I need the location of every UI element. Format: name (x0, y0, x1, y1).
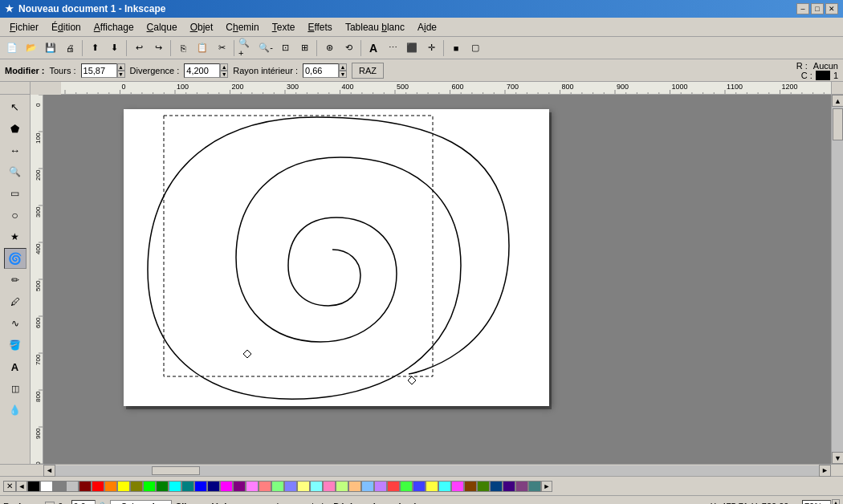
layer-indicator[interactable]: • Calque 1 ▼ (110, 500, 172, 505)
menu-aide[interactable]: Aide (411, 20, 443, 35)
color-swatch-black[interactable] (27, 481, 40, 492)
paint-tool-btn[interactable]: 🪣 (4, 335, 26, 356)
color-swatch-lime[interactable] (143, 481, 156, 492)
menu-edition[interactable]: Édition (45, 20, 88, 35)
color-swatch-chartreuse[interactable] (336, 481, 348, 492)
color-swatch-silver[interactable] (66, 481, 79, 492)
minimize-button[interactable]: – (796, 3, 809, 14)
pencil-tool-btn[interactable]: ✏ (4, 270, 26, 291)
menu-fichier[interactable]: Fichier (3, 20, 45, 35)
save-btn[interactable]: 💾 (42, 39, 59, 57)
export-btn[interactable]: ⬇ (105, 39, 123, 57)
color-swatch-brown[interactable] (464, 481, 477, 492)
color-swatch-skyblue[interactable] (361, 481, 374, 492)
pen-tool-btn[interactable]: 🖊 (4, 291, 26, 312)
circle-tool-btn[interactable]: ○ (4, 205, 26, 226)
color-swatch-aqua[interactable] (438, 481, 451, 492)
color-swatch-violet[interactable] (374, 481, 387, 492)
print-btn[interactable]: 🖨 (61, 39, 79, 57)
color-swatch-magenta[interactable] (220, 481, 233, 492)
node-btn[interactable]: ⋯ (384, 39, 401, 57)
menu-calque[interactable]: Calque (140, 20, 184, 35)
scroll-track-bottom[interactable] (55, 465, 819, 476)
select-all-btn[interactable]: ⊛ (320, 39, 338, 57)
cut-btn[interactable]: ✂ (213, 39, 230, 57)
color-swatch-white[interactable] (40, 481, 53, 492)
fill-btn[interactable]: ■ (447, 39, 465, 57)
spiral-tool-btn[interactable]: 🌀 (4, 248, 26, 269)
select-tool-btn[interactable]: ↖ (4, 96, 26, 117)
transform-btn[interactable]: ⟲ (340, 39, 357, 57)
color-swatch-gray[interactable] (53, 481, 66, 492)
x-small-input[interactable] (71, 500, 96, 505)
scroll-up-btn[interactable]: ▲ (832, 95, 843, 107)
close-button[interactable]: ✕ (825, 3, 838, 14)
undo-btn[interactable]: ↩ (130, 39, 148, 57)
divergence-up[interactable]: ▲ (220, 63, 228, 71)
color-swatch-yellow[interactable] (117, 481, 130, 492)
color-swatch-maroon[interactable] (79, 481, 92, 492)
color-swatch-cornblue[interactable] (413, 481, 426, 492)
zoom-page-btn[interactable]: ⊞ (295, 39, 313, 57)
tours-input[interactable] (81, 63, 117, 78)
no-color-swatch[interactable]: ✕ (3, 481, 16, 492)
rect-tool-btn[interactable]: ▭ (4, 183, 26, 204)
color-swatch-peach[interactable] (348, 481, 361, 492)
zoom-input[interactable] (802, 500, 831, 505)
menu-effets[interactable]: Effets (301, 20, 338, 35)
rayon-up[interactable]: ▲ (339, 63, 347, 71)
menu-objet[interactable]: Objet (184, 20, 220, 35)
color-swatch-lightgreen[interactable] (271, 481, 284, 492)
maximize-button[interactable]: □ (811, 3, 824, 14)
eyedropper-tool-btn[interactable]: 💧 (4, 400, 26, 421)
color-swatch-steelblue[interactable] (490, 481, 503, 492)
color-swatch-red[interactable] (92, 481, 104, 492)
color-swatch-lightyellow[interactable] (297, 481, 310, 492)
color-swatch-cyan[interactable] (169, 481, 181, 492)
color-swatch-hotpink[interactable] (323, 481, 336, 492)
color-swatch-orange[interactable] (104, 481, 117, 492)
color-swatch-moss[interactable] (477, 481, 490, 492)
text-btn[interactable]: A (364, 39, 382, 57)
color-swatch-lightcyan[interactable] (310, 481, 323, 492)
color-swatch-indigo[interactable] (503, 481, 515, 492)
color-swatch-gold[interactable] (426, 481, 438, 492)
menu-tableau[interactable]: Tableau blanc (339, 20, 411, 35)
color-swatch-blue[interactable] (194, 481, 207, 492)
zoom-in-btn[interactable]: 🔍+ (238, 39, 255, 57)
divergence-down[interactable]: ▼ (220, 71, 228, 78)
menu-affichage[interactable]: Affichage (88, 20, 140, 35)
color-swatch-fuchsia[interactable] (451, 481, 464, 492)
snap-btn[interactable]: ✛ (422, 39, 440, 57)
zoom-tool-btn[interactable]: 🔍 (4, 161, 26, 182)
gradient-tool-btn[interactable]: ◫ (4, 378, 26, 399)
scroll-track-right[interactable] (832, 107, 843, 452)
zoom-out-btn[interactable]: 🔍- (257, 39, 275, 57)
zoom-fit-btn[interactable]: ⊡ (276, 39, 294, 57)
calligraphy-tool-btn[interactable]: ∿ (4, 313, 26, 334)
color-swatch-periwinkle[interactable] (284, 481, 297, 492)
star-tool-btn[interactable]: ★ (4, 226, 26, 247)
color-swatch-plum[interactable] (515, 481, 528, 492)
menu-texte[interactable]: Texte (266, 20, 302, 35)
tweak-tool-btn[interactable]: ↔ (4, 140, 26, 161)
zoom-up[interactable]: ▲ (832, 499, 840, 505)
color-swatch-salmon[interactable] (259, 481, 271, 492)
raz-button[interactable]: RAZ (352, 63, 384, 79)
palette-left-btn[interactable]: ◄ (16, 481, 27, 492)
import-btn[interactable]: ⬆ (86, 39, 104, 57)
divergence-input[interactable] (184, 63, 220, 78)
color-swatch-navy[interactable] (207, 481, 220, 492)
scroll-thumb-bottom[interactable] (152, 466, 200, 475)
text-tool-btn[interactable]: A (4, 356, 26, 377)
group-btn[interactable]: ⬛ (403, 39, 421, 57)
menu-chemin[interactable]: Chemin (219, 20, 265, 35)
open-btn[interactable]: 📂 (22, 39, 40, 57)
redo-btn[interactable]: ↪ (149, 39, 167, 57)
copy-btn[interactable]: ⎘ (174, 39, 192, 57)
color-swatch-cadet[interactable] (528, 481, 541, 492)
color-swatch-crimson[interactable] (387, 481, 400, 492)
scroll-down-btn[interactable]: ▼ (832, 452, 843, 464)
color-swatch-teal[interactable] (181, 481, 194, 492)
new-btn[interactable]: 📄 (3, 39, 21, 57)
